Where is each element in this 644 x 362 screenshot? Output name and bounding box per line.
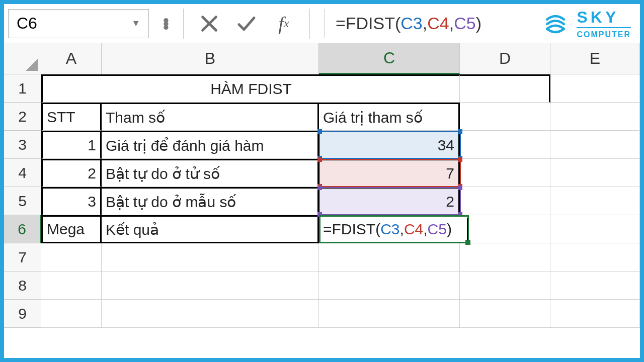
cell-e1[interactable] [550,74,640,103]
select-all-triangle[interactable] [4,43,41,74]
cell-b4[interactable]: Bật tự do ở tử số [102,159,319,187]
cell-a5[interactable]: 3 [41,187,102,215]
cell-e6[interactable] [550,215,640,243]
cell-a2[interactable]: STT [41,103,102,131]
cell-c2[interactable]: Giá trị tham số [319,103,460,131]
cell-e2[interactable] [550,103,640,131]
cell-c6[interactable]: =FDIST(C3,C4,C5) [319,215,460,243]
cell-d8[interactable] [460,272,550,300]
cell-b9[interactable] [102,300,319,328]
col-header-b[interactable]: B [102,43,319,74]
enter-button[interactable] [235,12,258,35]
cell-c9[interactable] [319,300,460,328]
formula-text: =FDIST(C3,C4,C5) [336,14,481,33]
brand-logo: SKY COMPUTER [541,9,631,39]
divider [183,9,184,39]
spreadsheet-grid[interactable]: A B C D E 1 HÀM FDIST 2 STT Tham số Giá … [4,43,640,358]
cell-d1[interactable] [460,74,550,103]
fx-icon[interactable]: fx [272,12,295,35]
col-header-e[interactable]: E [550,43,640,74]
col-header-d[interactable]: D [460,43,550,74]
cell-d3[interactable] [460,131,550,159]
cell-d4[interactable] [460,159,550,187]
cell-a1[interactable]: HÀM FDIST [41,74,460,103]
cell-b2[interactable]: Tham số [102,103,319,131]
cell-e4[interactable] [550,159,640,187]
cell-c8[interactable] [319,272,460,300]
row-header-4[interactable]: 4 [4,159,41,187]
logo-line1: SKY [577,9,631,25]
cancel-button[interactable] [198,12,221,35]
cell-e9[interactable] [550,300,640,328]
formula-suffix: ) [476,14,481,33]
cell-c6-formula: =FDIST(C3,C4,C5) [323,221,452,238]
cell-a4[interactable]: 2 [41,159,102,187]
row-header-3[interactable]: 3 [4,131,41,159]
title-text: HÀM FDIST [210,80,292,98]
col-header-a[interactable]: A [41,43,102,74]
cell-b3[interactable]: Giá trị để đánh giá hàm [102,131,319,159]
row-header-2[interactable]: 2 [4,103,41,131]
cell-d2[interactable] [460,103,550,131]
cell-c4[interactable]: 7 [319,159,460,187]
logo-icon [541,10,570,38]
row-header-6[interactable]: 6 [4,215,41,243]
cell-d7[interactable] [460,243,550,272]
cell-d5[interactable] [460,187,550,215]
row-header-5[interactable]: 5 [4,187,41,215]
row-header-8[interactable]: 8 [4,272,41,300]
cell-b8[interactable] [102,272,319,300]
row-header-1[interactable]: 1 [4,74,41,103]
cell-c5[interactable]: 2 [319,187,460,215]
cell-a6[interactable]: Mega [41,215,102,243]
row-header-9[interactable]: 9 [4,300,41,328]
divider [309,9,310,39]
excel-window: C6 ▼ ••• fx =FDIST(C3,C4,C5) [4,4,640,358]
cell-b6[interactable]: Kết quả [102,215,319,243]
name-box[interactable]: C6 ▼ [8,9,149,38]
cell-a8[interactable] [41,272,102,300]
formula-prefix: =FDIST( [336,14,400,33]
cell-a9[interactable] [41,300,102,328]
formula-bar-menu-icon[interactable]: ••• [163,17,169,31]
cell-a7[interactable] [41,243,102,272]
col-header-c[interactable]: C [319,43,460,74]
cell-a3[interactable]: 1 [41,131,102,159]
cell-e5[interactable] [550,187,640,215]
formula-ref-c5: C5 [454,14,475,33]
row-header-7[interactable]: 7 [4,243,41,272]
cell-e7[interactable] [550,243,640,272]
cell-e3[interactable] [550,131,640,159]
cell-b7[interactable] [102,243,319,272]
cell-b5[interactable]: Bật tự do ở mẫu số [102,187,319,215]
logo-line2: COMPUTER [577,27,631,39]
cell-d6[interactable] [460,215,550,243]
cell-e8[interactable] [550,272,640,300]
cell-c3[interactable]: 34 [319,131,460,159]
formula-ref-c4: C4 [427,14,449,33]
formula-bar: C6 ▼ ••• fx =FDIST(C3,C4,C5) [4,4,640,43]
cell-c7[interactable] [319,243,460,272]
formula-ref-c3: C3 [400,14,422,33]
chevron-down-icon[interactable]: ▼ [131,18,140,29]
cell-d9[interactable] [460,300,550,328]
text-cursor [467,218,468,240]
name-box-value: C6 [17,14,37,33]
